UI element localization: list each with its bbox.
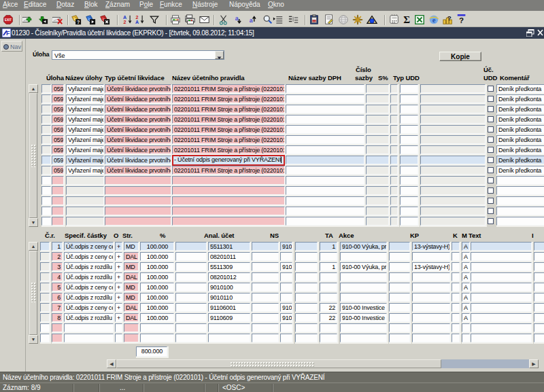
svg-text:A: A — [135, 20, 139, 25]
svg-text:a: a — [250, 17, 253, 24]
svg-text:EXIT: EXIT — [5, 18, 12, 22]
svg-text:a: a — [235, 15, 239, 22]
svg-text:?: ? — [447, 14, 452, 22]
svg-text:2: 2 — [124, 20, 126, 25]
svg-text:F: F — [6, 30, 10, 37]
svg-text:Σ: Σ — [403, 14, 410, 25]
svg-text:?: ? — [459, 16, 464, 24]
svg-text:?: ? — [77, 20, 80, 25]
